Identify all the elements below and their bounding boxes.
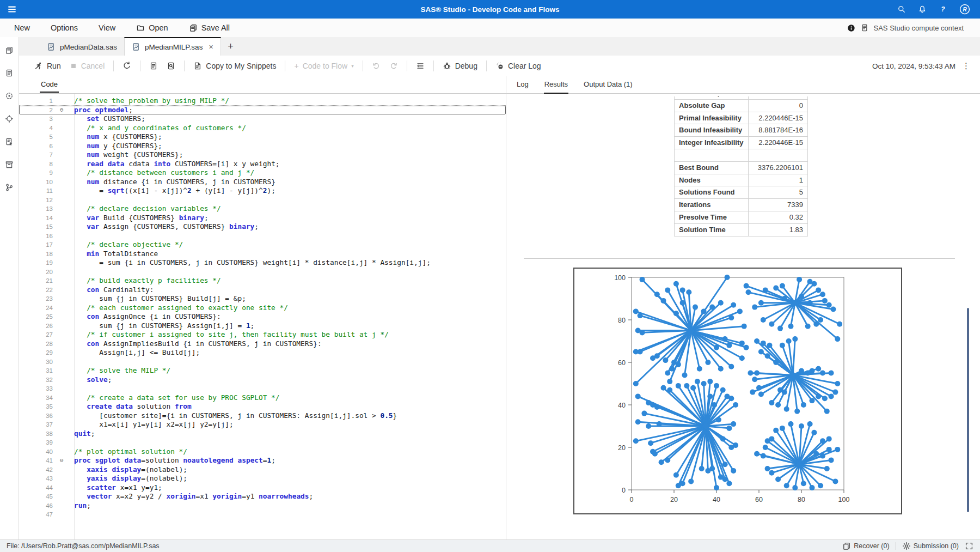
code-line[interactable]: 34 /* create a data set for use by PROC … <box>19 393 506 403</box>
avatar[interactable]: R <box>959 4 970 15</box>
info-icon[interactable] <box>847 24 855 32</box>
code-line[interactable]: 40/* plot optimal solution */ <box>19 447 506 457</box>
code-line[interactable]: 38quit; <box>19 429 506 439</box>
cancel-button[interactable]: Cancel <box>65 58 109 74</box>
menu-options[interactable]: Options <box>40 19 88 37</box>
submit-button[interactable] <box>118 58 136 74</box>
row-label: Iterations <box>675 199 749 211</box>
code-editor[interactable]: 1/* solve the problem by using MILP */2⊖… <box>19 94 506 539</box>
code-line[interactable]: 12 <box>19 196 506 205</box>
code-line[interactable]: 25 con AssignOnce {i in CUSTOMERS}: <box>19 312 506 322</box>
snippets-icon[interactable] <box>5 137 14 146</box>
tab-log[interactable]: Log <box>516 76 529 94</box>
sas-program-icon <box>47 43 56 51</box>
code-line[interactable]: 2⊖proc optmodel; <box>19 106 506 115</box>
redo-button[interactable] <box>385 58 402 74</box>
code-line[interactable]: 44 scatter x=x1 y=y1; <box>19 483 506 493</box>
code-line[interactable]: 6 num y {CUSTOMERS}; <box>19 142 506 151</box>
results-scrollbar[interactable] <box>967 308 969 512</box>
menu-new[interactable]: New <box>0 19 40 37</box>
run-button[interactable]: Run <box>30 58 65 74</box>
code-line[interactable]: 39 <box>19 438 506 447</box>
code-line[interactable]: 15 var Assign {CUSTOMERS, CUSTOMERS} bin… <box>19 222 506 232</box>
code-line[interactable]: 14 var Build {CUSTOMERS} binary; <box>19 214 506 223</box>
code-line[interactable]: 46run; <box>19 501 506 511</box>
code-line[interactable]: 47 <box>19 510 506 519</box>
close-tab-icon[interactable]: × <box>209 43 213 51</box>
menu-view[interactable]: View <box>88 19 126 37</box>
undo-button[interactable] <box>367 58 385 74</box>
code-line[interactable]: 21 /* build exactly p facilities */ <box>19 276 506 286</box>
code-line[interactable]: 33 <box>19 384 506 393</box>
code-line[interactable]: 32 solve; <box>19 375 506 385</box>
code-line[interactable]: 41⊖proc sgplot data=solution noautolegen… <box>19 456 506 465</box>
code-line[interactable]: 8 read data cdata into CUSTOMERS=[i] x y… <box>19 160 506 169</box>
show-log-button[interactable] <box>145 58 162 74</box>
menu-save-all[interactable]: Save All <box>179 19 240 37</box>
code-to-flow-button[interactable]: +Code to Flow▾ <box>290 58 358 74</box>
code-line[interactable]: 24 /* each customer assigned to exactly … <box>19 304 506 313</box>
code-line[interactable]: 43 yaxis display=(nolabel); <box>19 474 506 483</box>
code-line[interactable]: 13 /* declare decision variables */ <box>19 204 506 214</box>
code-line[interactable]: 30 <box>19 357 506 367</box>
more-options-icon[interactable]: ⋮ <box>962 61 970 71</box>
tab-pmedianmilp[interactable]: pMedianMILP.sas × <box>124 37 221 56</box>
results-panel: Log Results Output Data (1) Relative Gap… <box>506 76 980 539</box>
preview-button[interactable] <box>162 58 180 74</box>
sas-content-icon[interactable] <box>5 69 14 77</box>
code-to-flow-label: Code to Flow <box>303 62 347 70</box>
code-line[interactable]: 20 <box>19 268 506 277</box>
help-icon[interactable]: ? <box>939 5 947 14</box>
git-icon[interactable] <box>5 183 14 192</box>
code-line[interactable]: 18 min TotalDistance <box>19 250 506 259</box>
code-line[interactable]: 36 [customer site]={i in CUSTOMERS, j in… <box>19 411 506 421</box>
code-line[interactable]: 23 sum {j in CUSTOMERS} Build[j] = &p; <box>19 294 506 304</box>
code-line[interactable]: 16 <box>19 232 506 241</box>
code-line[interactable]: 22 con Cardinality: <box>19 286 506 295</box>
tab-pmediandata[interactable]: pMedianData.sas <box>40 37 124 56</box>
open-files-icon[interactable] <box>5 46 14 54</box>
menu-hamburger-button[interactable] <box>0 4 24 14</box>
code-line[interactable]: 26 sum {j in CUSTOMERS} Assign[i,j] = 1; <box>19 322 506 331</box>
tab-output-data[interactable]: Output Data (1) <box>583 76 633 94</box>
recover-button[interactable]: Recover (0) <box>842 542 889 550</box>
code-line[interactable]: 3 set CUSTOMERS; <box>19 114 506 124</box>
code-line[interactable]: 42 xaxis display=(nolabel); <box>19 465 506 475</box>
code-line[interactable]: 5 num x {CUSTOMERS}; <box>19 132 506 142</box>
libraries-icon[interactable] <box>5 114 14 123</box>
code-line[interactable]: 17 /* declare objective */ <box>19 240 506 250</box>
debug-button[interactable]: Debug <box>438 58 482 74</box>
code-line[interactable]: 10 num distance {i in CUSTOMERS, j in CU… <box>19 178 506 187</box>
code-line[interactable]: 35 create data solution from <box>19 402 506 411</box>
code-line[interactable]: 11 = sqrt((x[i] - x[j])^2 + (y[i] - y[j]… <box>19 186 506 196</box>
compute-context-label[interactable]: SAS Studio compute context <box>874 24 964 32</box>
code-line[interactable]: 31 /* solve the MILP */ <box>19 366 506 375</box>
expand-icon[interactable] <box>965 542 973 550</box>
tasks-icon[interactable] <box>5 160 14 169</box>
code-line[interactable]: 1/* solve the problem by using MILP */ <box>19 96 506 106</box>
search-icon[interactable] <box>897 5 906 14</box>
submission-button[interactable]: Submission (0) <box>902 542 959 550</box>
code-line[interactable]: 4 /* x and y coordinates of customers */ <box>19 124 506 133</box>
code-line[interactable]: 28 con AssignImpliesBuild {i in CUSTOMER… <box>19 339 506 349</box>
notifications-icon[interactable] <box>918 5 927 14</box>
clear-log-button[interactable]: Clear Log <box>491 58 546 74</box>
code-line[interactable]: 7 num weight {CUSTOMERS}; <box>19 150 506 160</box>
code-text: /* solve the MILP */ <box>74 366 170 375</box>
copy-to-snippets-button[interactable]: Copy to My Snippets <box>189 58 280 74</box>
format-code-button[interactable] <box>412 58 429 74</box>
new-tab-button[interactable]: + <box>221 37 241 56</box>
explorer-icon[interactable] <box>5 92 14 100</box>
fold-icon[interactable]: ⊖ <box>55 456 74 465</box>
code-line[interactable]: 45 vector x=x2 y=y2 / xorigin=x1 yorigin… <box>19 492 506 501</box>
tab-results[interactable]: Results <box>544 76 568 94</box>
code-line[interactable]: 19 = sum {i in CUSTOMERS, j in CUSTOMERS… <box>19 258 506 268</box>
fold-icon[interactable]: ⊖ <box>55 106 74 115</box>
line-number: 7 <box>19 150 55 160</box>
code-line[interactable]: 37 x1=x[i] y1=y[i] x2=x[j] y2=y[j]; <box>19 420 506 429</box>
tab-code[interactable]: Code <box>40 80 59 93</box>
code-line[interactable]: 9 /* distance between customers i and j … <box>19 168 506 178</box>
code-line[interactable]: 27 /* if customer i assigned to site j, … <box>19 330 506 339</box>
code-line[interactable]: 29 Assign[i,j] <= Build[j]; <box>19 348 506 357</box>
menu-open[interactable]: Open <box>126 19 178 37</box>
